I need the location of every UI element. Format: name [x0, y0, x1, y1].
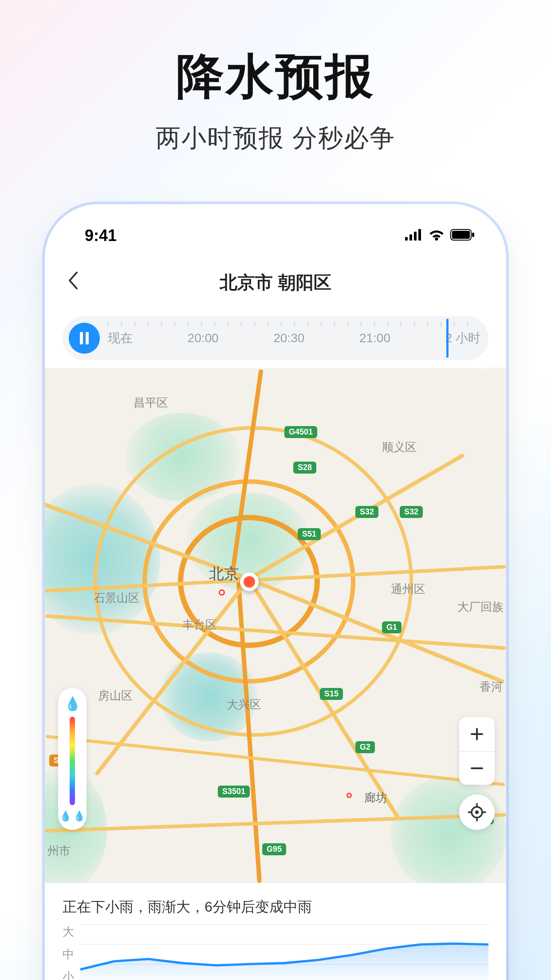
nav-bar: 北京市 朝阳区	[45, 254, 506, 308]
zoom-out-button[interactable]	[459, 751, 495, 785]
map-poi-dot	[219, 589, 225, 596]
phone-frame: 9:41 北京市 朝阳区 现在 20:00 20:30 21:00	[45, 204, 506, 980]
road-badge: S51	[298, 528, 321, 540]
map-district-label: 大厂回族	[457, 599, 504, 615]
crosshair-icon	[467, 802, 487, 822]
pause-button[interactable]	[69, 323, 100, 354]
y-tick: 小	[63, 969, 80, 980]
timeline-ticks: 现在 20:00 20:30 21:00 2 小时	[108, 316, 480, 360]
svg-point-10	[475, 810, 479, 814]
road-badge: G2	[355, 741, 375, 753]
map-district-label: 顺义区	[382, 439, 417, 455]
location-pin	[240, 573, 259, 591]
locate-button[interactable]	[459, 794, 495, 830]
road-badge: G1	[382, 621, 401, 633]
map-district-label: 通州区	[391, 581, 425, 597]
map-city-label: 北京	[209, 564, 239, 584]
status-bar: 9:41	[45, 204, 506, 254]
precipitation-map[interactable]: G4501 S28 S32 S32 S51 G1 S15 G2 S3501 S4…	[45, 368, 506, 883]
map-poi-dot	[346, 793, 352, 798]
zoom-in-button[interactable]	[459, 717, 495, 751]
timeline-tick: 20:30	[273, 331, 304, 345]
map-district-label: 房山区	[98, 688, 133, 703]
pause-icon	[79, 332, 90, 344]
status-icons	[405, 229, 475, 242]
precipitation-legend: 💧 💧💧	[58, 688, 87, 830]
forecast-panel: 正在下小雨，雨渐大，6分钟后变成中雨 大 中 小	[45, 883, 506, 980]
map-district-label: 丰台区	[182, 617, 217, 632]
back-button[interactable]	[67, 269, 79, 296]
svg-rect-1	[409, 234, 412, 241]
y-tick: 大	[63, 924, 80, 940]
map-canvas: G4501 S28 S32 S32 S51 G1 S15 G2 S3501 S4…	[45, 368, 506, 883]
promo-header: 降水预报 两小时预报 分秒必争	[0, 0, 551, 155]
road-badge: S32	[355, 506, 378, 518]
wifi-icon	[428, 229, 445, 242]
svg-rect-7	[80, 332, 83, 344]
timeline-bar[interactable]: 现在 20:00 20:30 21:00 2 小时	[63, 316, 488, 360]
map-district-label: 州市	[47, 843, 71, 859]
svg-rect-0	[405, 237, 408, 241]
timeline-cursor[interactable]	[446, 319, 449, 358]
svg-rect-3	[418, 229, 421, 241]
road-badge: S32	[400, 506, 423, 518]
map-district-label: 石景山区	[94, 590, 140, 606]
map-city-label: 廊坊	[364, 790, 387, 806]
legend-gradient	[70, 717, 75, 805]
map-district-label: 昌平区	[134, 395, 168, 411]
zoom-control	[459, 717, 495, 785]
plus-icon	[469, 726, 485, 742]
road-badge: S3501	[218, 786, 250, 798]
timeline-tick: 2 小时	[445, 330, 480, 347]
chart-line	[80, 924, 488, 980]
status-time: 9:41	[85, 226, 117, 245]
y-tick: 中	[63, 947, 80, 962]
map-district-label: 大兴区	[227, 697, 261, 712]
raindrop-icon: 💧💧	[59, 810, 85, 822]
precipitation-chart: 大 中 小 现在 1小时 2小时	[63, 924, 488, 980]
raindrop-icon: 💧	[64, 696, 81, 711]
road-badge: G4501	[284, 426, 317, 438]
svg-rect-8	[86, 332, 89, 344]
svg-rect-6	[472, 233, 474, 237]
forecast-text: 正在下小雨，雨渐大，6分钟后变成中雨	[63, 897, 488, 917]
promo-title: 降水预报	[0, 44, 551, 109]
cellular-icon	[405, 229, 423, 242]
battery-icon	[450, 229, 475, 242]
map-district-label: 香河	[480, 679, 503, 695]
map-controls	[459, 717, 495, 830]
road-badge: S28	[293, 462, 316, 474]
timeline-tick: 现在	[108, 330, 133, 347]
chart-y-axis: 大 中 小	[63, 924, 80, 980]
road-badge: S15	[320, 688, 343, 700]
svg-rect-2	[414, 232, 417, 241]
road-badge: G95	[262, 843, 286, 855]
svg-rect-5	[452, 231, 470, 239]
minus-icon	[469, 760, 485, 776]
timeline-tick: 21:00	[359, 331, 390, 345]
promo-subtitle: 两小时预报 分秒必争	[0, 122, 551, 155]
nav-title: 北京市 朝阳区	[220, 270, 331, 295]
timeline-tick: 20:00	[188, 331, 219, 345]
